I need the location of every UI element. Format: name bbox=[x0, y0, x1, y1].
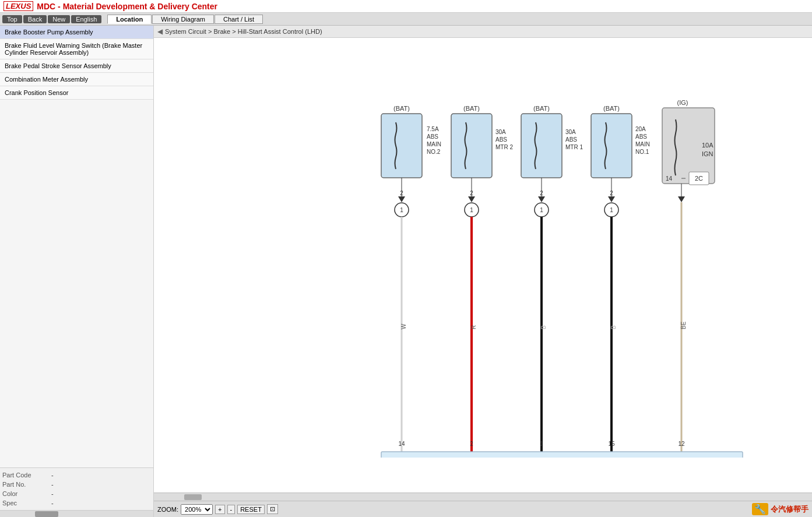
svg-text:1: 1 bbox=[400, 207, 403, 213]
zoom-bar: ZOOM: 50% 100% 150% 200% 250% + - RESET … bbox=[154, 501, 812, 517]
svg-text:IGN: IGN bbox=[702, 150, 713, 157]
sidebar: Brake Booster Pump Assembly Brake Fluid … bbox=[0, 26, 154, 517]
h-scrollbar[interactable] bbox=[154, 493, 812, 501]
zoom-select[interactable]: 50% 100% 150% 200% 250% bbox=[181, 504, 213, 515]
svg-marker-8 bbox=[398, 196, 405, 202]
h-scroll-thumb[interactable] bbox=[184, 494, 202, 500]
sidebar-list: Brake Booster Pump Assembly Brake Fluid … bbox=[0, 26, 153, 467]
svg-text:BE: BE bbox=[680, 321, 687, 329]
breadcrumb-bar: ◀ System Circuit > Brake > Hill-Start As… bbox=[154, 26, 812, 38]
svg-text:B: B bbox=[610, 325, 617, 329]
sidebar-scrollbar[interactable] bbox=[0, 510, 153, 517]
svg-text:NO.2: NO.2 bbox=[427, 149, 441, 155]
header: LEXUS MDC - Material Development & Deliv… bbox=[0, 0, 812, 13]
svg-text:1: 1 bbox=[540, 207, 543, 213]
zoom-in-button[interactable]: + bbox=[215, 505, 224, 514]
sidebar-item-1[interactable]: Brake Fluid Level Warning Switch (Brake … bbox=[0, 39, 153, 59]
prop-value-spec: - bbox=[51, 500, 54, 507]
svg-text:(BAT): (BAT) bbox=[603, 105, 620, 112]
svg-text:14: 14 bbox=[398, 441, 405, 447]
svg-text:1: 1 bbox=[610, 207, 613, 213]
watermark: 🔧 令汽修帮手 bbox=[752, 503, 809, 515]
zoom-label: ZOOM: bbox=[157, 506, 178, 513]
watermark-text: 令汽修帮手 bbox=[771, 504, 809, 515]
prop-label-spec: Spec bbox=[2, 500, 49, 507]
svg-text:20A: 20A bbox=[635, 126, 646, 132]
svg-text:1: 1 bbox=[470, 207, 473, 213]
tab-wiring-diagram[interactable]: Wiring Diagram bbox=[152, 15, 214, 24]
svg-rect-14 bbox=[451, 114, 492, 178]
diagram-area[interactable]: (BAT) 7.5A ABS MAIN NO.2 2 1 W bbox=[154, 38, 812, 493]
zoom-out-button[interactable]: - bbox=[227, 505, 235, 514]
svg-rect-27 bbox=[521, 114, 562, 178]
sidebar-item-2[interactable]: Brake Pedal Stroke Sensor Assembly bbox=[0, 59, 153, 73]
nav-bar: Top Back New English Location Wiring Dia… bbox=[0, 13, 812, 26]
tab-location[interactable]: Location bbox=[107, 15, 152, 24]
prop-value-color: - bbox=[51, 490, 54, 497]
main-layout: Brake Booster Pump Assembly Brake Fluid … bbox=[0, 26, 812, 517]
wiring-diagram-svg: (BAT) 7.5A ABS MAIN NO.2 2 1 W bbox=[154, 38, 795, 458]
svg-text:2C: 2C bbox=[695, 175, 703, 182]
zoom-reset-button[interactable]: RESET bbox=[237, 505, 265, 514]
prop-row-partno: Part No. - bbox=[2, 480, 151, 489]
svg-text:W: W bbox=[400, 323, 407, 329]
svg-text:ABS: ABS bbox=[427, 133, 438, 140]
svg-text:MTR 2: MTR 2 bbox=[495, 144, 513, 150]
prop-label-partcode: Part Code bbox=[2, 472, 49, 479]
svg-rect-67 bbox=[381, 452, 743, 458]
sidebar-item-0[interactable]: Brake Booster Pump Assembly bbox=[0, 26, 153, 39]
svg-text:B: B bbox=[540, 325, 547, 329]
svg-text:14: 14 bbox=[666, 175, 673, 182]
english-button[interactable]: English bbox=[71, 15, 101, 23]
svg-marker-21 bbox=[468, 196, 475, 202]
tab-group: Location Wiring Diagram Chart / List bbox=[107, 15, 263, 24]
app-title: MDC - Material Development & Delivery Ce… bbox=[37, 2, 217, 11]
svg-text:(BAT): (BAT) bbox=[463, 105, 480, 112]
prop-value-partno: - bbox=[51, 481, 54, 488]
svg-rect-40 bbox=[591, 114, 632, 178]
svg-marker-34 bbox=[538, 196, 545, 202]
prop-label-partno: Part No. bbox=[2, 481, 49, 488]
lexus-logo: LEXUS bbox=[3, 1, 33, 11]
prop-row-color: Color - bbox=[2, 489, 151, 498]
svg-text:MTR 1: MTR 1 bbox=[565, 144, 583, 150]
sidebar-scroll-thumb[interactable] bbox=[35, 511, 58, 517]
properties-panel: Part Code - Part No. - Color - Spec - bbox=[0, 467, 153, 510]
svg-text:ABS: ABS bbox=[495, 136, 507, 143]
svg-text:1: 1 bbox=[540, 441, 543, 447]
svg-text:NO.1: NO.1 bbox=[635, 149, 649, 155]
back-button[interactable]: Back bbox=[23, 15, 47, 23]
svg-marker-48 bbox=[608, 196, 615, 202]
tab-chart-list[interactable]: Chart / List bbox=[215, 15, 263, 24]
content-area: ◀ System Circuit > Brake > Hill-Start As… bbox=[154, 26, 812, 517]
breadcrumb-back-arrow[interactable]: ◀ bbox=[157, 27, 163, 36]
svg-text:(BAT): (BAT) bbox=[533, 105, 550, 112]
svg-text:30A: 30A bbox=[565, 129, 576, 135]
svg-text:(BAT): (BAT) bbox=[393, 105, 410, 112]
svg-text:12: 12 bbox=[678, 441, 685, 447]
prop-row-spec: Spec - bbox=[2, 498, 151, 508]
svg-text:ABS: ABS bbox=[565, 136, 577, 143]
sidebar-item-4[interactable]: Crank Position Sensor bbox=[0, 86, 153, 100]
breadcrumb-text: System Circuit > Brake > Hill-Start Assi… bbox=[165, 28, 322, 35]
sidebar-item-3[interactable]: Combination Meter Assembly bbox=[0, 73, 153, 86]
watermark-icon: 🔧 bbox=[752, 503, 768, 515]
svg-text:R: R bbox=[470, 325, 477, 329]
zoom-fit-button[interactable]: ⊡ bbox=[267, 504, 278, 514]
svg-text:10A: 10A bbox=[702, 142, 713, 149]
prop-row-partcode: Part Code - bbox=[2, 470, 151, 480]
svg-marker-63 bbox=[678, 196, 685, 202]
svg-text:MAIN: MAIN bbox=[635, 141, 650, 147]
svg-text:15: 15 bbox=[608, 441, 615, 447]
svg-text:2: 2 bbox=[470, 441, 473, 447]
svg-text:7.5A: 7.5A bbox=[427, 126, 439, 132]
svg-rect-0 bbox=[381, 114, 422, 178]
svg-text:(IG): (IG) bbox=[677, 99, 688, 106]
svg-text:30A: 30A bbox=[495, 129, 506, 135]
top-button[interactable]: Top bbox=[2, 15, 22, 23]
prop-value-partcode: - bbox=[51, 472, 54, 479]
prop-label-color: Color bbox=[2, 490, 49, 497]
svg-text:MAIN: MAIN bbox=[427, 141, 441, 147]
svg-text:ABS: ABS bbox=[635, 133, 647, 140]
new-button[interactable]: New bbox=[48, 15, 70, 23]
